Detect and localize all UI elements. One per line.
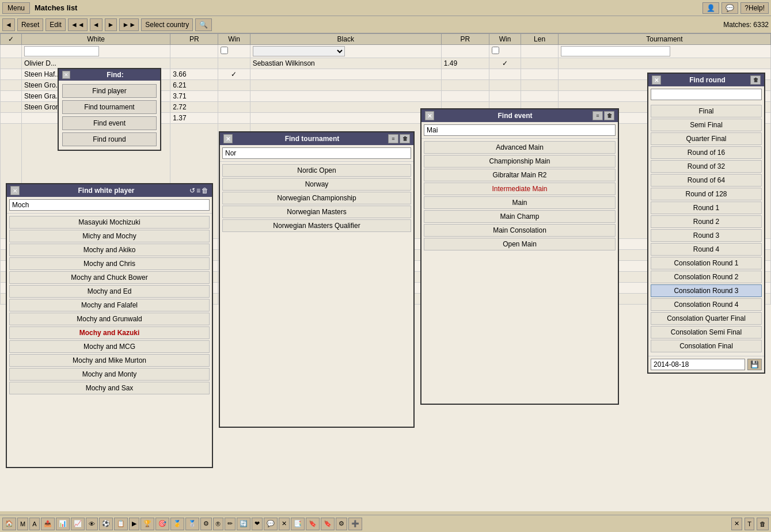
- edit-button[interactable]: Edit: [45, 18, 66, 31]
- find-round-button[interactable]: Find round: [62, 132, 157, 146]
- list-item[interactable]: Main: [424, 196, 616, 209]
- bottom-gear-btn[interactable]: ⚙: [200, 518, 212, 530]
- find-tournament-close[interactable]: ✕: [223, 134, 233, 143]
- white-player-delete-icon[interactable]: 🗑: [202, 187, 208, 195]
- round-item-semifinal[interactable]: Semi Final: [651, 119, 762, 131]
- bottom-silver-btn[interactable]: 🥈: [185, 518, 199, 530]
- list-item[interactable]: Masayuki Mochizuki: [9, 216, 210, 229]
- find-tournament-delete-icon[interactable]: 🗑: [400, 134, 410, 143]
- round-item-r32[interactable]: Round of 32: [651, 160, 762, 173]
- bottom-view-btn[interactable]: 👁: [86, 518, 98, 530]
- list-item[interactable]: Mochy and Chris: [9, 257, 210, 270]
- find-round-close[interactable]: ✕: [652, 75, 661, 85]
- white-player-list-icon[interactable]: ≡: [196, 187, 200, 195]
- list-item-highlight[interactable]: Mochy and Kazuki: [9, 326, 210, 339]
- menu-button[interactable]: Menu: [2, 2, 30, 14]
- round-item-cr3[interactable]: Consolation Round 3: [651, 284, 762, 297]
- nav-first-button[interactable]: ◄◄: [68, 18, 88, 31]
- list-item[interactable]: Open Main: [424, 238, 616, 250]
- find-event-close[interactable]: ✕: [425, 111, 434, 120]
- bottom-heart-btn[interactable]: ❤: [252, 518, 263, 530]
- list-item[interactable]: Mochy and Grunwald: [9, 313, 210, 325]
- win-white-filter[interactable]: [221, 47, 228, 54]
- list-item[interactable]: Norwegian Championship: [222, 192, 411, 204]
- list-item-highlight[interactable]: Intermediate Main: [424, 183, 616, 195]
- find-round-search-input[interactable]: [651, 89, 762, 100]
- find-tournament-list-icon[interactable]: ≡: [388, 134, 398, 143]
- black-filter-select[interactable]: [253, 46, 345, 56]
- list-item[interactable]: Advanced Main: [424, 141, 616, 154]
- nav-next-button[interactable]: ►: [105, 18, 117, 31]
- list-item[interactable]: Mochy and Chuck Bower: [9, 271, 210, 284]
- round-item-cr1[interactable]: Consolation Round 1: [651, 257, 762, 269]
- bottom-bookmark-btn[interactable]: 🔖: [306, 518, 320, 530]
- list-item[interactable]: Gibraltar Main R2: [424, 169, 616, 181]
- round-item-r4[interactable]: Round 4: [651, 243, 762, 256]
- list-item[interactable]: Mochy and Monty: [9, 368, 210, 381]
- round-item-quarterfinal[interactable]: Quarter Final: [651, 132, 762, 145]
- list-item[interactable]: Mochy and Falafel: [9, 299, 210, 311]
- bottom-t-btn[interactable]: T: [745, 518, 754, 530]
- list-item[interactable]: Mochy and Ed: [9, 285, 210, 298]
- white-player-search-input[interactable]: [9, 199, 210, 211]
- tournament-filter-input[interactable]: [561, 46, 670, 56]
- list-item[interactable]: Main Champ: [424, 210, 616, 223]
- help-button[interactable]: ?Help!: [740, 2, 769, 14]
- bottom-edit-btn[interactable]: ✏: [225, 518, 236, 530]
- round-item-cr2[interactable]: Consolation Round 2: [651, 271, 762, 283]
- nav-last-button[interactable]: ►►: [119, 18, 139, 31]
- list-item[interactable]: Main Consolation: [424, 224, 616, 237]
- white-filter-input[interactable]: [24, 46, 99, 56]
- round-item-cf[interactable]: Consolation Final: [651, 340, 762, 352]
- back-button[interactable]: ◄: [2, 18, 15, 31]
- bottom-bookmark2-btn[interactable]: 🔖: [321, 518, 335, 530]
- round-item-r1[interactable]: Round 1: [651, 202, 762, 214]
- list-item[interactable]: Mochy and Akiko: [9, 244, 210, 256]
- find-tournament-button[interactable]: Find tournament: [62, 100, 157, 114]
- bottom-trash-btn[interactable]: 🗑: [757, 518, 769, 530]
- bottom-home-btn[interactable]: 🏠: [2, 518, 16, 530]
- bottom-play-btn[interactable]: ▶: [129, 518, 139, 530]
- bottom-target-btn[interactable]: 🎯: [155, 518, 169, 530]
- bottom-msg-btn[interactable]: 💬: [264, 518, 278, 530]
- round-item-cr4[interactable]: Consolation Round 4: [651, 298, 762, 311]
- search-button[interactable]: 🔍: [195, 18, 212, 31]
- list-item[interactable]: Michy and Mochy: [9, 230, 210, 242]
- bottom-settings-btn[interactable]: ⚙: [336, 518, 347, 530]
- list-item[interactable]: Nordic Open: [222, 164, 411, 177]
- find-round-date-input[interactable]: [651, 359, 745, 370]
- list-item[interactable]: Norwegian Masters: [222, 206, 411, 218]
- list-item[interactable]: Norwegian Masters Qualifier: [222, 219, 411, 232]
- round-item-r3[interactable]: Round 3: [651, 229, 762, 242]
- list-item[interactable]: Norway: [222, 178, 411, 191]
- find-event-list-icon[interactable]: ≡: [593, 111, 603, 120]
- list-item[interactable]: Mochy and Mike Murton: [9, 354, 210, 367]
- find-event-delete-icon[interactable]: 🗑: [604, 111, 614, 120]
- bottom-graph-btn[interactable]: 📈: [71, 518, 85, 530]
- bottom-a-btn[interactable]: A: [29, 518, 39, 530]
- list-item[interactable]: Mochy and Sax: [9, 382, 210, 394]
- find-event-button[interactable]: Find event: [62, 116, 157, 130]
- round-item-r128[interactable]: Round of 128: [651, 188, 762, 200]
- find-round-delete-icon[interactable]: 🗑: [750, 75, 761, 85]
- round-item-r16[interactable]: Round of 16: [651, 146, 762, 159]
- bottom-gold-btn[interactable]: 🥇: [170, 518, 184, 530]
- round-item-r2[interactable]: Round 2: [651, 215, 762, 228]
- find-event-input[interactable]: [424, 124, 616, 136]
- white-player-refresh-icon[interactable]: ↺: [189, 187, 195, 195]
- bottom-r-btn[interactable]: ®: [213, 518, 223, 530]
- find-popup-close[interactable]: ✕: [62, 71, 70, 79]
- list-item[interactable]: Championship Main: [424, 155, 616, 168]
- white-player-close[interactable]: ✕: [10, 186, 20, 195]
- bottom-m-btn[interactable]: M: [17, 518, 28, 530]
- bottom-ball-btn[interactable]: ⚽: [99, 518, 113, 530]
- reset-button[interactable]: Reset: [17, 18, 43, 31]
- bottom-doc-btn[interactable]: 📑: [291, 518, 305, 530]
- bottom-chart-btn[interactable]: 📊: [56, 518, 70, 530]
- nav-prev-button[interactable]: ◄: [90, 18, 102, 31]
- bottom-refresh-btn[interactable]: 🔄: [237, 518, 250, 530]
- win-black-filter[interactable]: [492, 47, 499, 54]
- find-round-save-button[interactable]: 💾: [747, 359, 762, 370]
- bottom-upload-btn[interactable]: 📤: [41, 518, 55, 530]
- round-item-csf[interactable]: Consolation Semi Final: [651, 326, 762, 339]
